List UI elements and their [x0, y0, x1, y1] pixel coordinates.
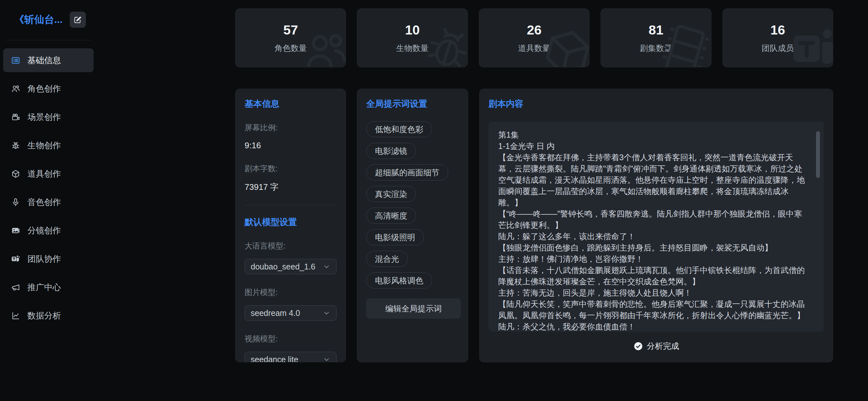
- check-circle-icon: [633, 341, 643, 351]
- prompt-tag: 电影级照明: [366, 229, 424, 245]
- sidebar-item-prop-creation[interactable]: 道具创作: [3, 162, 94, 186]
- sidebar-item-team-collaboration[interactable]: 团队协作: [3, 247, 94, 271]
- prompt-tag: 低饱和度色彩: [366, 121, 432, 137]
- script-content-heading: 剧本内容: [489, 98, 824, 110]
- image-model-label: 图片模型:: [245, 287, 337, 298]
- word-count-value: 73917 字: [245, 181, 337, 193]
- image-model-select[interactable]: seedream 4.0: [245, 305, 337, 321]
- project-title-row: 《斩仙台...: [0, 0, 97, 28]
- sidebar-item-label: 音色创作: [27, 197, 61, 208]
- sidebar-menu: 基础信息 角色创作 场景创作: [3, 48, 94, 328]
- sidebar-item-scene-creation[interactable]: 场景创作: [3, 105, 94, 129]
- movie-camera-icon: [11, 112, 20, 122]
- script-line: 主持：放肆！佛门清净地，岂容你撒野！: [498, 254, 809, 265]
- llm-model-select[interactable]: doubao_seed_1.6: [245, 259, 337, 274]
- script-content-panel: 剧本内容 第1集 1-1金光寺 日 内 【金光寺香客都在拜佛，主持带着3个僧人对…: [479, 89, 833, 362]
- bug-icon: [11, 141, 20, 150]
- sidebar-item-label: 生物创作: [27, 140, 61, 151]
- microphone-icon: [11, 198, 20, 207]
- screen-ratio-value: 9:16: [245, 140, 337, 151]
- stat-card-team-members: 16 团队成员: [722, 8, 833, 67]
- prompt-tag: 电影滤镜: [366, 143, 416, 159]
- sidebar-item-label: 场景创作: [27, 111, 61, 123]
- prompt-tag: 超细腻的画面细节: [366, 164, 448, 180]
- list-icon: [11, 56, 20, 65]
- sidebar-item-label: 道具创作: [27, 168, 61, 179]
- line-chart-icon: [11, 311, 20, 321]
- script-line: 【“咚——咚——”警钟长鸣，香客四散奔逃。陆凡剑指人群中那个独眼龙僧侣，眼中寒芒…: [498, 208, 809, 231]
- image-model-value: seedream 4.0: [251, 308, 300, 318]
- basic-info-panel: 基本信息 屏幕比例: 9:16 剧本字数: 73917 字 默认模型设置 大语言…: [235, 89, 346, 362]
- global-prompts-panel: 全局提示词设置 低饱和度色彩 电影滤镜 超细腻的画面细节 真实渲染 高清晰度 电…: [357, 89, 468, 362]
- sidebar-item-label: 团队协作: [27, 254, 61, 265]
- screen-ratio-label: 屏幕比例:: [245, 123, 337, 133]
- sidebar-item-label: 分镜创作: [27, 225, 61, 236]
- script-line: 陆凡：躲了这么多年，该出来偿命了！: [498, 231, 809, 242]
- prompt-tag: 混合光: [366, 251, 408, 267]
- chevron-down-icon: [323, 356, 331, 362]
- project-title: 《斩仙台...: [14, 13, 63, 27]
- sidebar-item-label: 基础信息: [27, 55, 61, 66]
- prompt-tag: 电影风格调色: [366, 272, 432, 289]
- prompt-tag: 真实渲染: [366, 186, 416, 202]
- global-prompts-heading: 全局提示词设置: [366, 98, 459, 110]
- scrollbar-thumb[interactable]: [816, 131, 820, 178]
- chevron-down-icon: [323, 309, 331, 317]
- stat-value: 10: [405, 23, 420, 38]
- sidebar-item-creature-creation[interactable]: 生物创作: [3, 133, 94, 157]
- stat-label: 生物数量: [396, 43, 429, 54]
- megaphone-icon: [11, 283, 20, 292]
- script-line: 【金光寺香客都在拜佛，主持带着3个僧人对着香客回礼，突然一道青色流光破开天幕，云…: [498, 152, 809, 208]
- stat-value: 16: [770, 23, 785, 38]
- stats-row: 57 角色数量 10 生物数量 26 道具数量: [235, 8, 833, 67]
- sidebar-item-label: 数据分析: [27, 310, 61, 322]
- analysis-status-text: 分析完成: [647, 341, 679, 352]
- stat-card-creatures: 10 生物数量: [357, 8, 468, 67]
- llm-model-value: doubao_seed_1.6: [251, 262, 315, 271]
- prompt-tag: 高清晰度: [366, 208, 416, 224]
- pencil-square-icon: [73, 15, 82, 24]
- script-line: 第1集: [498, 129, 809, 140]
- sidebar: 《斩仙台... 基础信息: [0, 0, 97, 401]
- image-icon: [11, 226, 20, 235]
- script-line: 陆凡：杀父之仇，我必要你血债血偿！: [498, 321, 809, 332]
- teams-icon: [11, 254, 20, 264]
- teams-icon: [789, 22, 833, 67]
- sidebar-item-storyboard-creation[interactable]: 分镜创作: [3, 219, 94, 242]
- llm-model-label: 大语言模型:: [245, 241, 337, 251]
- edit-title-button[interactable]: [70, 11, 86, 28]
- stat-card-props: 26 道具数量: [479, 8, 590, 67]
- script-text-area[interactable]: 第1集 1-1金光寺 日 内 【金光寺香客都在拜佛，主持带着3个僧人对着香客回礼…: [489, 122, 824, 332]
- stat-label: 团队成员: [762, 43, 794, 54]
- sidebar-divider: [5, 40, 92, 40]
- sidebar-item-data-analysis[interactable]: 数据分析: [3, 304, 94, 328]
- edit-global-prompt-button[interactable]: 编辑全局提示词: [366, 299, 461, 319]
- sidebar-item-label: 推广中心: [27, 282, 61, 293]
- sidebar-item-basic-info[interactable]: 基础信息: [3, 48, 94, 72]
- stat-card-episodes: 81 剧集数量: [600, 8, 711, 67]
- panels-row: 基本信息 屏幕比例: 9:16 剧本字数: 73917 字 默认模型设置 大语言…: [235, 89, 833, 362]
- word-count-label: 剧本字数:: [245, 163, 337, 174]
- analysis-status: 分析完成: [489, 341, 824, 352]
- stat-value: 26: [527, 23, 542, 38]
- sidebar-item-character-creation[interactable]: 角色创作: [3, 77, 94, 101]
- script-line: 【独眼龙僧侣面色惨白，踉跄躲到主持身后。主持怒目圆睁，袈裟无风自动】: [498, 242, 809, 254]
- model-settings-heading: 默认模型设置: [245, 216, 337, 228]
- cube-icon: [11, 169, 20, 178]
- script-line: 主持：苦海无边，回头是岸，施主得饶人处且饶人啊！: [498, 287, 809, 299]
- video-model-select[interactable]: seedance lite: [245, 352, 337, 362]
- stat-label: 道具数量: [518, 43, 550, 54]
- stat-value: 57: [283, 23, 298, 38]
- video-model-label: 视频模型:: [245, 334, 337, 344]
- users-icon: [11, 84, 20, 94]
- stat-card-characters: 57 角色数量: [235, 8, 346, 67]
- panel-divider: [245, 205, 337, 205]
- sidebar-item-voice-creation[interactable]: 音色创作: [3, 190, 94, 214]
- stat-label: 剧集数量: [640, 43, 672, 54]
- sidebar-item-promotion-center[interactable]: 推广中心: [3, 275, 94, 299]
- sidebar-item-label: 角色创作: [27, 83, 61, 95]
- basic-info-heading: 基本信息: [245, 98, 337, 110]
- script-line: 【话音未落，十八武僧如金鹏展翅跃上琉璃瓦顶。他们手中镔铁长棍结阵，为首武僧的降魔…: [498, 265, 809, 287]
- stat-label: 角色数量: [275, 43, 307, 54]
- script-line: 【陆凡仰天长笑，笑声中带着刺骨的悲怆。他身后寒气汇聚，凝成一只翼展十丈的冰晶凤凰…: [498, 299, 809, 321]
